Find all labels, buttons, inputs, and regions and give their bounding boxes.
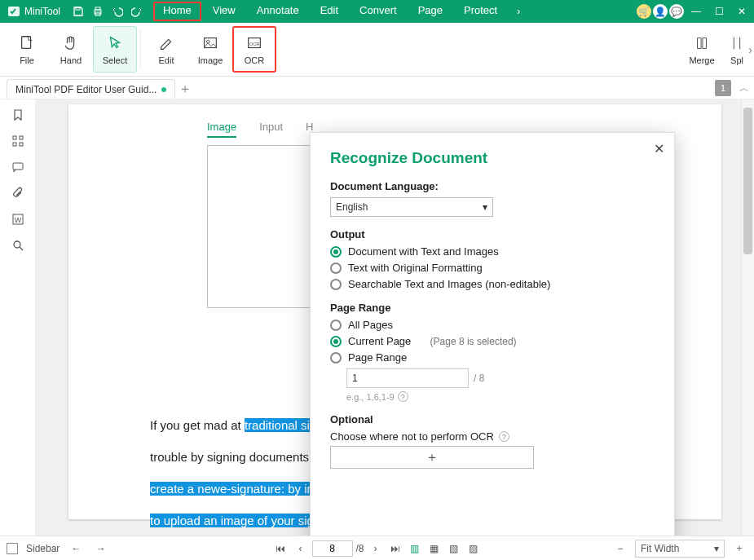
ribbon-edit[interactable]: Edit — [144, 26, 188, 73]
zoom-select[interactable]: Fit Width ▾ — [635, 540, 725, 558]
help-icon[interactable]: ? — [398, 391, 408, 402]
print-icon[interactable] — [88, 2, 108, 21]
chevron-down-icon: ▾ — [714, 543, 719, 554]
ribbon-image-label: Image — [198, 55, 223, 65]
next-arrow-icon[interactable]: → — [92, 540, 108, 557]
add-exclusion-area[interactable]: ＋ — [330, 446, 534, 469]
page-tab-image[interactable]: Image — [207, 121, 236, 138]
prev-page-icon[interactable]: ‹ — [292, 540, 308, 557]
main-menu: Home View Annotate Edit Convert Page Pro… — [153, 2, 528, 21]
ribbon-image[interactable]: Image — [188, 26, 232, 73]
range-custom-label: Page Range — [348, 351, 407, 364]
output-option-text[interactable]: Text with Original Formatting — [330, 262, 655, 274]
radio-off-icon — [330, 262, 342, 274]
recognize-document-dialog: ✕ Recognize Document Document Language: … — [310, 132, 675, 560]
view-continuous-icon[interactable]: ▦ — [426, 540, 443, 557]
thumbnails-icon[interactable] — [11, 134, 25, 148]
view-single-icon[interactable]: ▥ — [407, 540, 423, 557]
ribbon-file[interactable]: File — [5, 26, 49, 73]
text-line1a: If you get mad at — [150, 418, 245, 432]
range-label: Page Range — [330, 302, 655, 314]
maximize-button[interactable]: ☐ — [708, 2, 730, 21]
menu-protect[interactable]: Protect — [454, 2, 507, 21]
sidebar-label[interactable]: Sidebar — [26, 543, 60, 554]
scrollbar-thumb[interactable] — [743, 108, 752, 254]
prev-arrow-icon[interactable]: ← — [68, 540, 84, 557]
chat-icon[interactable]: 💬 — [669, 4, 684, 19]
left-rail: W — [0, 99, 36, 536]
range-current-label: Current Page — [348, 335, 411, 347]
close-button[interactable]: ✕ — [731, 2, 752, 21]
range-custom[interactable]: Page Range — [330, 351, 655, 364]
ribbon-overflow-icon[interactable]: › — [748, 43, 752, 56]
menu-view[interactable]: View — [203, 2, 245, 21]
dialog-close-button[interactable]: ✕ — [654, 141, 664, 157]
document-tabs: MiniTool PDF Editor User Guid... ＋ 1 ︿ — [0, 77, 754, 99]
svg-rect-1 — [76, 7, 80, 10]
comments-icon[interactable] — [11, 160, 25, 174]
optional-label: Optional — [330, 413, 655, 426]
document-tab[interactable]: MiniTool PDF Editor User Guid... — [7, 79, 175, 99]
output-option-searchable[interactable]: Searchable Text and Images (non-editable… — [330, 278, 655, 290]
page-navigator: ⏮ ‹ /8 › ⏭ ▥ ▦ ▧ ▨ — [272, 540, 481, 557]
search-icon[interactable] — [11, 238, 25, 253]
range-current[interactable]: Current Page (Page 8 is selected) — [330, 335, 655, 347]
menu-page[interactable]: Page — [408, 2, 452, 21]
titlebar: MiniTool Home View Annotate Edit Convert… — [0, 0, 754, 23]
page-number-input[interactable] — [311, 540, 352, 557]
ribbon-separator — [140, 29, 141, 69]
svg-point-17 — [14, 241, 20, 248]
add-tab-button[interactable]: ＋ — [175, 79, 195, 99]
ribbon-merge[interactable]: Merge — [684, 34, 720, 65]
language-select[interactable]: English ▾ — [330, 197, 493, 217]
last-page-icon[interactable]: ⏭ — [387, 540, 403, 557]
page-range-total: / 8 — [474, 373, 484, 384]
help-icon[interactable]: ? — [499, 431, 509, 442]
zoom-in-icon[interactable]: ＋ — [731, 540, 747, 557]
ribbon-split-label: Spl — [730, 55, 743, 65]
svg-rect-12 — [13, 143, 16, 146]
attachments-icon[interactable] — [11, 186, 25, 201]
svg-rect-14 — [13, 163, 23, 170]
undo-icon[interactable] — [108, 2, 127, 21]
page-range-example: e.g., 1,6,1-9 ? — [346, 391, 655, 402]
word-icon[interactable]: W — [11, 212, 25, 227]
ribbon-select[interactable]: Select — [93, 26, 137, 73]
next-page-icon[interactable]: › — [368, 540, 384, 557]
radio-on-icon — [330, 246, 342, 258]
bookmark-icon[interactable] — [11, 108, 25, 122]
vertical-scrollbar[interactable] — [741, 99, 754, 536]
first-page-icon[interactable]: ⏮ — [272, 540, 289, 557]
page-tab-input[interactable]: Input — [259, 121, 283, 138]
minimize-button[interactable]: — — [686, 2, 707, 21]
menu-more-icon[interactable]: › — [509, 2, 528, 21]
page-range-input[interactable] — [346, 368, 469, 388]
radio-off-icon — [330, 320, 342, 331]
range-all[interactable]: All Pages — [330, 319, 655, 331]
text-line2: trouble by signing documents o — [150, 450, 320, 464]
ribbon-ocr[interactable]: OCR OCR — [232, 26, 276, 73]
svg-rect-3 — [95, 7, 100, 10]
view-facing-icon[interactable]: ▧ — [446, 540, 462, 557]
document-tab-title: MiniTool PDF Editor User Guid... — [15, 84, 157, 95]
menu-home[interactable]: Home — [153, 2, 201, 21]
ribbon-hand[interactable]: Hand — [49, 26, 93, 73]
dialog-title: Recognize Document — [330, 149, 655, 167]
menu-annotate[interactable]: Annotate — [247, 2, 309, 21]
collapse-ribbon-icon[interactable]: ︿ — [739, 82, 749, 95]
account-icon[interactable]: 👤 — [653, 4, 668, 19]
save-icon[interactable] — [68, 2, 88, 21]
radio-off-icon — [330, 279, 342, 290]
zoom-select-label: Fit Width — [641, 543, 679, 554]
zoom-out-icon[interactable]: − — [612, 540, 628, 557]
ribbon-hand-label: Hand — [60, 55, 82, 65]
ribbon-split[interactable]: Spl — [725, 34, 749, 65]
redo-icon[interactable] — [127, 2, 147, 21]
cart-icon[interactable]: 🛒 — [637, 4, 651, 19]
svg-rect-6 — [205, 37, 217, 47]
menu-edit[interactable]: Edit — [311, 2, 348, 21]
menu-convert[interactable]: Convert — [350, 2, 407, 21]
sidebar-toggle-icon[interactable] — [7, 543, 18, 554]
view-grid-icon[interactable]: ▨ — [465, 540, 482, 557]
output-option-doc[interactable]: Document with Text and Images — [330, 245, 655, 258]
